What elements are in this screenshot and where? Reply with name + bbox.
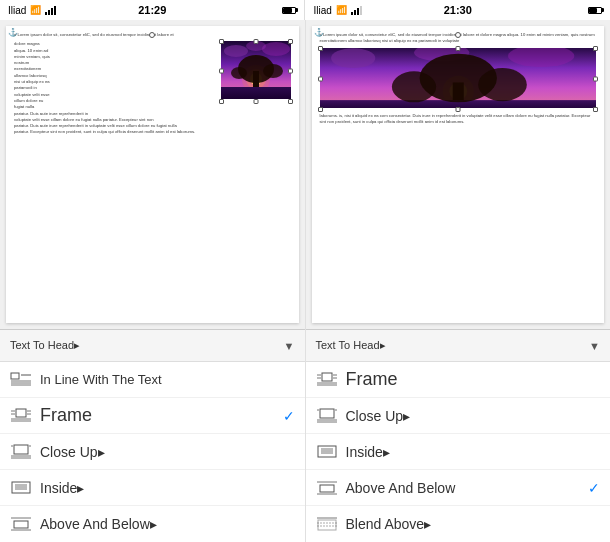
left-doc-content: « Lorem ipsum dolor sit, consectetur eli… [6,26,299,142]
closeup-wrap-icon [10,443,32,461]
right-abovebelow-label: Above And Below [346,480,581,496]
handle-ml[interactable] [219,69,224,74]
right-toolbar-label: Text To Head▸ [316,339,386,352]
left-battery [282,7,296,14]
svg-rect-17 [16,409,26,417]
right-inside-icon [316,443,338,461]
right-handle-mr[interactable] [593,76,598,81]
right-inside-label: Inside▸ [346,444,601,460]
right-tree-image [320,48,597,108]
right-abovebelow-check: ✓ [588,480,600,496]
right-handle-tl[interactable] [318,46,323,51]
svg-rect-54 [320,409,334,418]
svg-rect-24 [14,445,28,454]
svg-point-1 [224,45,248,57]
handle-br[interactable] [288,99,293,104]
right-panel: ⚓ « Lorem ipsum dolor sit, consectetur e… [306,20,611,542]
svg-rect-33 [14,521,28,528]
right-handle-br[interactable] [593,107,598,112]
right-doc-page: ⚓ « Lorem ipsum dolor sit, consectetur e… [312,26,605,323]
left-item-closeup[interactable]: Close Up▸ [0,434,305,470]
closeup-label: Close Up▸ [40,444,295,460]
svg-point-46 [478,68,527,101]
inline-label: In Line With The Text [40,372,295,387]
frame-label: Frame [40,405,275,426]
abovebelow-wrap-icon [10,515,32,533]
svg-point-37 [331,48,375,68]
inline-wrap-icon [10,371,32,389]
frame-check: ✓ [283,408,295,424]
right-item-blendabove[interactable]: Blend Above▸ [306,506,611,542]
svg-rect-63 [320,485,334,492]
right-item-closeup[interactable]: Close Up▸ [306,398,611,434]
right-item-abovebelow[interactable]: Above And Below ✓ [306,470,611,506]
right-handle-bl[interactable] [318,107,323,112]
handle-bl[interactable] [219,99,224,104]
right-carrier: Iliad [313,5,331,16]
status-bar: Iliad 📶 21:29 Iliad 📶 21:30 [0,0,610,20]
main-panels: ⚓ « Lorem ipsum dolor sit, consectetur e… [0,20,610,542]
right-handle-ml[interactable] [318,76,323,81]
right-toolbar[interactable]: Text To Head▸ ▼ [306,329,611,361]
svg-rect-7 [221,87,291,99]
right-doc-content: « Lorem ipsum dolor sit, consectetur eli… [312,26,605,131]
frame-icon-svg [10,408,32,424]
svg-rect-59 [318,446,336,457]
right-item-inside[interactable]: Inside▸ [306,434,611,470]
right-frame-icon [316,371,338,389]
rotate-handle-right[interactable] [455,32,461,38]
handle-bm[interactable] [253,99,258,104]
right-closeup-label: Close Up▸ [346,408,601,424]
right-blendabove-icon [316,515,338,533]
right-toolbar-arrow: ▼ [589,340,600,352]
svg-point-2 [262,42,290,56]
left-item-inside[interactable]: Inside▸ [0,470,305,506]
left-signal [45,6,56,15]
rotate-handle-left[interactable] [149,32,155,38]
closeup-icon-svg [10,444,32,460]
right-signal [351,6,362,15]
inside-wrap-icon [10,479,32,497]
left-toolbar-arrow: ▼ [284,340,295,352]
right-handle-tm[interactable] [455,46,460,51]
right-handle-bm[interactable] [455,107,460,112]
svg-rect-66 [318,520,336,530]
right-frame-label: Frame [346,369,601,390]
left-dropdown: In Line With The Text Frame ✓ [0,361,305,542]
right-dropdown: Frame Close Up▸ [306,361,611,542]
inline-icon-svg [10,372,32,388]
left-panel: ⚓ « Lorem ipsum dolor sit, consectetur e… [0,20,306,542]
handle-mr[interactable] [288,69,293,74]
left-tree-image [221,41,291,99]
right-doc-area: ⚓ « Lorem ipsum dolor sit, consectetur e… [306,20,611,329]
left-item-abovebelow[interactable]: Above And Below▸ [0,506,305,542]
svg-point-10 [231,67,247,79]
handle-tm[interactable] [253,39,258,44]
left-item-frame[interactable]: Frame ✓ [0,398,305,434]
handle-tr[interactable] [288,39,293,44]
right-item-frame[interactable]: Frame [306,362,611,398]
right-handle-tr[interactable] [593,46,598,51]
handle-tl[interactable] [219,39,224,44]
svg-rect-12 [11,373,19,379]
left-doc-page: ⚓ « Lorem ipsum dolor sit, consectetur e… [6,26,299,323]
right-abovebelow-icon [316,479,338,497]
svg-rect-29 [12,482,30,493]
inside-icon-svg [10,480,32,496]
abovebelow-icon-svg [10,516,32,532]
svg-rect-47 [322,373,332,381]
frame-wrap-icon [10,407,32,425]
right-blendabove-label: Blend Above▸ [346,516,601,532]
inside-label: Inside▸ [40,480,295,496]
left-item-inline[interactable]: In Line With The Text [0,362,305,398]
svg-point-45 [391,71,435,102]
right-closeup-icon [316,407,338,425]
right-image-wrap[interactable] [320,48,597,110]
left-toolbar[interactable]: Text To Head▸ ▼ [0,329,305,361]
left-wifi-icon: 📶 [30,5,41,15]
right-battery [588,7,602,14]
left-toolbar-label: Text To Head▸ [10,339,80,352]
right-time: 21:30 [444,4,472,16]
left-doc-area: ⚓ « Lorem ipsum dolor sit, consectetur e… [0,20,305,329]
left-image-wrap[interactable] [221,41,291,101]
